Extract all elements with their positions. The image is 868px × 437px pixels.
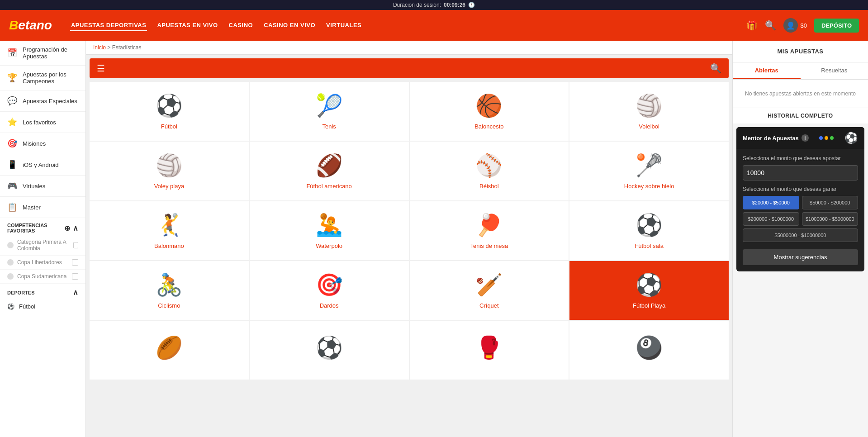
waterpolo-label: Waterpolo xyxy=(316,242,342,249)
favorite-check-categoria[interactable] xyxy=(73,242,78,248)
stats-search-icon[interactable]: 🔍 xyxy=(710,63,721,74)
sport-card-tenis[interactable]: 🎾 Tenis xyxy=(250,82,409,141)
mentor-dot-orange xyxy=(825,136,828,140)
favorite-item-sudamericana[interactable]: Copa Sudamericana xyxy=(0,270,85,284)
account-area[interactable]: 👤 $0 xyxy=(783,18,807,33)
sidebar-item-virtuales[interactable]: 🎮 Virtuales xyxy=(0,176,85,197)
favorite-item-libertadores[interactable]: Copa Libertadores xyxy=(0,256,85,270)
sport-card-criquet[interactable]: 🏏 Críquet xyxy=(410,261,569,320)
mentor-apostar-label: Selecciona el monto que deseas apostar xyxy=(743,155,858,162)
logo[interactable]: Betano xyxy=(9,18,52,33)
gift-icon[interactable]: 🎁 xyxy=(746,20,758,31)
sport-card-futbol-playa[interactable]: ⚽ Fútbol Playa xyxy=(569,261,729,320)
libertadores-dot xyxy=(7,259,14,266)
row5-2-icon: ⚽ xyxy=(316,335,343,361)
mentor-option-2[interactable]: $50000 - $200000 xyxy=(802,196,859,209)
sport-card-ciclismo[interactable]: 🚴 Ciclismo xyxy=(90,261,249,320)
sport-card-hockey-hielo[interactable]: 🥍 Hockey sobre hielo xyxy=(569,142,729,200)
sidebar-item-favoritos[interactable]: ⭐ Los favoritos xyxy=(0,112,85,133)
balonmano-label: Balonmano xyxy=(154,242,184,249)
sidebar-item-programacion[interactable]: 📅 Programación de Apuestas xyxy=(0,41,85,66)
futbol-icon: ⚽ xyxy=(156,93,183,119)
sport-card-dardos[interactable]: 🎯 Dardos xyxy=(250,261,409,320)
hamburger-icon[interactable]: ☰ xyxy=(97,63,105,74)
tab-abiertas[interactable]: Abiertas xyxy=(733,62,801,79)
mentor-soccer-icon: ⚽ xyxy=(844,132,858,144)
sport-card-row5-3[interactable]: 🥊 xyxy=(410,321,569,380)
sidebar-deporte-futbol[interactable]: ⚽ Fútbol xyxy=(0,299,85,314)
sport-card-balonmano[interactable]: 🤾 Balonmano xyxy=(90,201,249,260)
tab-resueltas[interactable]: Resueltas xyxy=(801,62,868,79)
sport-card-voleibol[interactable]: 🏐 Voleibol xyxy=(569,82,729,141)
balonmano-icon: 🤾 xyxy=(156,213,183,238)
mentor-panel: Mentor de Apuestas i ⚽ Selecciona el mon… xyxy=(736,127,864,271)
nav-apuestas-en-vivo[interactable]: APUESTAS EN VIVO xyxy=(156,20,218,31)
dardos-label: Dardos xyxy=(320,302,339,309)
favorite-item-categoria[interactable]: Categoría Primera A Colombia xyxy=(0,235,85,256)
futbol-playa-label: Fútbol Playa xyxy=(633,302,665,309)
tenis-icon: 🎾 xyxy=(316,93,343,119)
sport-card-waterpolo[interactable]: 🤽 Waterpolo xyxy=(250,201,409,260)
nav-casino[interactable]: CASINO xyxy=(228,20,254,31)
sport-card-row5-2[interactable]: ⚽ xyxy=(250,321,409,380)
campeones-icon: 🏆 xyxy=(7,73,17,83)
collapse-deportes-icon[interactable]: ∧ xyxy=(73,288,78,297)
account-balance: $0 xyxy=(801,22,807,29)
sidebar-item-ios-android[interactable]: 📱 iOS y Android xyxy=(0,154,85,176)
favorite-check-sudamericana[interactable] xyxy=(72,273,78,280)
row5-3-icon: 🥊 xyxy=(475,335,503,361)
mentor-option-1[interactable]: $20000 - $50000 xyxy=(743,196,799,209)
search-icon[interactable]: 🔍 xyxy=(765,20,776,31)
sport-card-beisbol[interactable]: ⚾ Béisbol xyxy=(410,142,569,200)
mentor-option-3[interactable]: $200000 - $1000000 xyxy=(743,212,799,226)
programacion-icon: 📅 xyxy=(7,48,17,58)
mentor-info-icon[interactable]: i xyxy=(802,134,809,142)
avatar: 👤 xyxy=(783,18,798,33)
nav-apuestas-deportivas[interactable]: APUESTAS DEPORTIVAS xyxy=(70,20,147,31)
sport-card-voley-playa[interactable]: 🏐 Voley playa xyxy=(90,142,249,200)
misiones-icon: 🎯 xyxy=(7,138,17,148)
session-time: 00:09:26 xyxy=(444,2,465,8)
nav-casino-en-vivo[interactable]: CASINO EN VIVO xyxy=(263,20,316,31)
collapse-icon[interactable]: ∧ xyxy=(73,224,78,233)
historial-link[interactable]: HISTORIAL COMPLETO xyxy=(733,108,868,124)
app-body: 📅 Programación de Apuestas 🏆 Apuestas po… xyxy=(0,41,868,437)
mentor-show-suggestions-button[interactable]: Mostrar sugerencias xyxy=(743,249,858,265)
breadcrumb: Inicio > Estadísticas xyxy=(86,41,732,55)
tenis-mesa-icon: 🏓 xyxy=(475,213,503,238)
mentor-apostar-input[interactable] xyxy=(743,165,858,180)
sidebar-item-misiones[interactable]: 🎯 Misiones xyxy=(0,133,85,154)
sport-card-futbol-americano[interactable]: 🏈 Fútbol americano xyxy=(250,142,409,200)
sport-card-row5-1[interactable]: 🏉 xyxy=(90,321,249,380)
favorite-check-libertadores[interactable] xyxy=(72,259,78,266)
breadcrumb-home[interactable]: Inicio xyxy=(93,44,106,51)
futbol-playa-icon: ⚽ xyxy=(636,272,663,298)
sport-card-row5-4[interactable]: 🎱 xyxy=(569,321,729,380)
hockey-hielo-icon: 🥍 xyxy=(636,153,663,178)
sidebar-item-especiales[interactable]: 💬 Apuestas Especiales xyxy=(0,90,85,112)
voley-playa-icon: 🏐 xyxy=(156,153,183,178)
sidebar-label-programacion: Programación de Apuestas xyxy=(23,46,78,60)
deposit-button[interactable]: DEPÓSITO xyxy=(814,19,859,33)
sport-card-futbol-sala[interactable]: ⚽ Fútbol sala xyxy=(569,201,729,260)
main-nav: APUESTAS DEPORTIVAS APUESTAS EN VIVO CAS… xyxy=(70,20,733,31)
sport-card-baloncesto[interactable]: 🏀 Baloncesto xyxy=(410,82,569,141)
sports-grid: ⚽ Fútbol 🎾 Tenis 🏀 Baloncesto 🏐 Voleibol… xyxy=(86,82,732,383)
voleibol-icon: 🏐 xyxy=(636,93,663,119)
especiales-icon: 💬 xyxy=(7,96,17,106)
sport-card-tenis-mesa[interactable]: 🏓 Tenis de mesa xyxy=(410,201,569,260)
sidebar-item-master[interactable]: 📋 Master xyxy=(0,197,85,218)
dardos-icon: 🎯 xyxy=(316,272,343,298)
mentor-header: Mentor de Apuestas i ⚽ xyxy=(736,127,864,149)
sidebar-label-misiones: Misiones xyxy=(23,140,46,147)
mentor-options: $20000 - $50000 $50000 - $200000 $200000… xyxy=(743,196,858,242)
main-header: Betano APUESTAS DEPORTIVAS APUESTAS EN V… xyxy=(0,10,868,41)
right-panel: MIS APUESTAS Abiertas Resueltas No tiene… xyxy=(732,41,868,437)
mentor-option-4[interactable]: $1000000 - $5000000 xyxy=(802,212,859,226)
futbol-sala-label: Fútbol sala xyxy=(635,242,664,249)
add-favorite-icon[interactable]: ⊕ xyxy=(64,224,70,233)
nav-virtuales[interactable]: VIRTUALES xyxy=(325,20,362,31)
sidebar-item-campeones[interactable]: 🏆 Apuestas por los Campeones xyxy=(0,66,85,90)
mentor-option-5[interactable]: $5000000 - $10000000 xyxy=(743,228,858,242)
sport-card-futbol[interactable]: ⚽ Fútbol xyxy=(90,82,249,141)
